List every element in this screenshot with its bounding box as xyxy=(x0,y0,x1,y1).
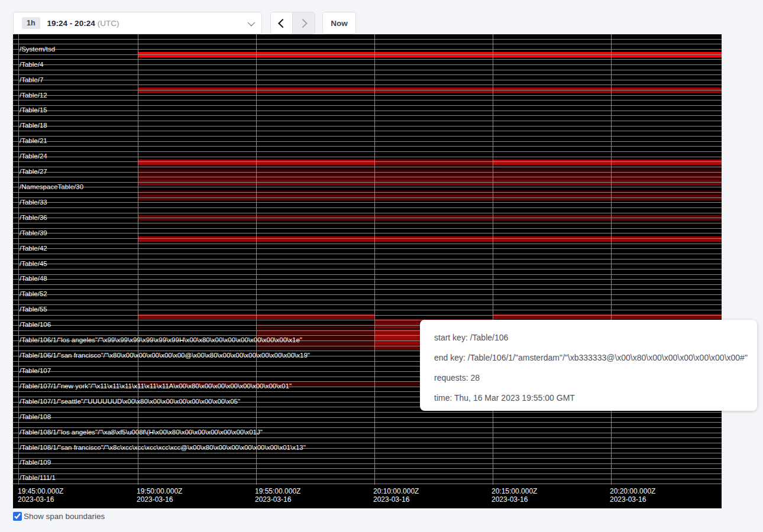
heat-band xyxy=(138,215,722,220)
row-label: /Table/36 xyxy=(20,213,47,222)
x-axis-tick: 20:15:00.000Z2023-03-16 xyxy=(492,487,537,504)
row-label: /Table/55 xyxy=(20,305,47,313)
row-label: /Table/18 xyxy=(20,121,47,129)
tooltip-start-key: start key: /Table/106 xyxy=(434,327,757,348)
prev-time-button[interactable] xyxy=(270,12,293,34)
row-label: /Table/45 xyxy=(20,259,47,268)
row-label: /Table/107/1/"new york"/"\x11\x11\x11\x1… xyxy=(20,382,292,390)
row-label: /Table/108/1/"los angeles"/"\xa8\xf5\u00… xyxy=(20,428,263,436)
row-label: /Table/109 xyxy=(20,458,51,466)
show-span-boundaries-control[interactable]: Show span boundaries xyxy=(13,512,105,521)
row-label: /Table/27 xyxy=(20,167,47,176)
row-label: /Table/108/1/"san francisco"/"\x8c\xcc\x… xyxy=(20,443,306,452)
x-axis-tick: 19:50:00.000Z2023-03-16 xyxy=(137,487,182,504)
timezone-text: (UTC) xyxy=(98,19,119,28)
hover-tooltip: start key: /Table/106 end key: /Table/10… xyxy=(420,320,757,411)
x-axis-tick: 20:20:00.000Z2023-03-16 xyxy=(610,487,655,504)
heat-band xyxy=(138,165,722,170)
row-label: /Table/111/1 xyxy=(20,473,56,482)
heat-band xyxy=(138,52,722,57)
row-label: /Table/7 xyxy=(20,76,43,84)
tooltip-requests: requests: 28 xyxy=(434,368,757,388)
row-label: /System/tsd xyxy=(20,45,55,53)
grid-vline xyxy=(374,34,375,485)
row-label: /Table/108 xyxy=(20,413,51,421)
grid-vline xyxy=(18,34,19,485)
row-label: /Table/24 xyxy=(20,152,47,160)
row-label: /NamespaceTable/30 xyxy=(20,183,83,191)
row-label: /Table/21 xyxy=(20,137,47,145)
now-button[interactable]: Now xyxy=(322,12,356,34)
row-label: /Table/107 xyxy=(20,366,51,375)
time-range-selector[interactable]: 1h 19:24 - 20:24 (UTC) xyxy=(13,12,262,34)
chevron-right-icon xyxy=(298,18,308,28)
x-axis-tick: 19:55:00.000Z2023-03-16 xyxy=(255,487,300,504)
chevron-left-icon xyxy=(278,18,287,28)
x-axis-tick: 19:45:00.000Z2023-03-16 xyxy=(18,487,63,504)
duration-badge: 1h xyxy=(22,17,40,29)
row-label: /Table/12 xyxy=(20,91,47,99)
tooltip-time: time: Thu, 16 Mar 2023 19:55:00 GMT xyxy=(434,388,757,408)
row-label: /Table/106/1/"los angeles"/"\x99\x99\x99… xyxy=(20,336,302,344)
grid-vline xyxy=(256,34,257,485)
heat-band xyxy=(256,324,374,329)
row-label: /Table/33 xyxy=(20,198,47,206)
tooltip-end-key: end key: /Table/106/1/"amsterdam"/"\xb33… xyxy=(434,348,757,368)
span-boundary-lines xyxy=(13,34,722,485)
key-visualizer-page: 1h 19:24 - 20:24 (UTC) Now /System/tsd/T… xyxy=(0,0,763,532)
row-label: /Table/15 xyxy=(20,106,47,114)
heat-band xyxy=(138,87,722,93)
heat-band xyxy=(138,170,722,175)
row-label: /Table/48 xyxy=(20,274,47,283)
heat-band xyxy=(374,160,493,165)
row-label: /Table/106/1/"san francisco"/"\x80\x00\x… xyxy=(20,351,310,359)
heat-band xyxy=(256,345,374,350)
chevron-down-icon xyxy=(248,18,256,26)
show-span-boundaries-checkbox[interactable] xyxy=(13,512,22,521)
row-label: /Table/52 xyxy=(20,290,47,298)
show-span-boundaries-label: Show span boundaries xyxy=(24,512,105,521)
row-label: /Table/107/1/"seattle"/"UUUUUUD\x00\x80\… xyxy=(20,397,240,406)
heat-band xyxy=(493,160,722,165)
next-time-button[interactable] xyxy=(293,12,315,34)
heat-band xyxy=(138,175,722,180)
x-axis-tick: 20:10:00.000Z2023-03-16 xyxy=(373,487,419,504)
heat-band xyxy=(138,236,722,242)
heatmap-canvas[interactable]: /System/tsd/Table/4/Table/7/Table/12/Tab… xyxy=(13,34,722,508)
heat-band xyxy=(138,195,722,200)
grid-vline xyxy=(611,34,612,485)
time-range-text: 19:24 - 20:24 xyxy=(47,19,95,28)
grid-vline xyxy=(493,34,493,485)
grid-vline xyxy=(138,34,138,485)
row-label: /Table/106 xyxy=(20,320,51,329)
row-label: /Table/39 xyxy=(20,229,47,237)
row-label: /Table/42 xyxy=(20,244,47,252)
heat-band xyxy=(138,190,722,195)
heat-band xyxy=(493,314,722,319)
row-label: /Table/4 xyxy=(20,60,43,69)
heat-band xyxy=(138,180,722,186)
time-nav-group xyxy=(270,12,315,34)
